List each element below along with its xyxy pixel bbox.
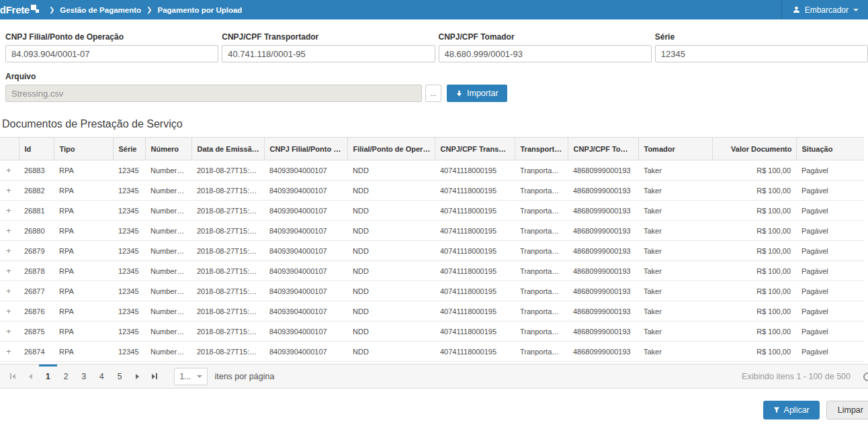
chevron-right-icon: ❯ [146, 6, 152, 13]
cell-valor: R$ 100,00 [712, 281, 796, 301]
seek-first-icon [12, 374, 15, 379]
page-button-3[interactable]: 3 [75, 364, 93, 388]
cell-serie: 12345 [113, 281, 145, 301]
download-icon [455, 90, 463, 97]
expand-row-button[interactable]: + [0, 342, 19, 362]
expand-row-button[interactable]: + [0, 261, 19, 281]
cell-cnpj_filial: 84093904000107 [264, 301, 347, 322]
column-header-situacao[interactable]: Situação [796, 138, 864, 160]
column-label: Valor Documento [731, 145, 791, 153]
cell-valor: R$ 100,00 [712, 342, 796, 362]
cell-cnpj_filial: 84093904000107 [264, 342, 347, 362]
column-header-data_emissao[interactable]: Data de Emissão↓ [191, 138, 264, 160]
cell-transportador: Tranportador 1 [515, 201, 568, 221]
cell-numero: Number465 [145, 160, 191, 181]
cell-id: 26881 [19, 201, 54, 221]
expand-row-button[interactable]: + [0, 322, 19, 342]
cell-transportador: Tranportador 1 [515, 181, 568, 201]
cell-data_emissao: 2018-08-27T15:27:50.163 [191, 261, 264, 281]
first-page-button[interactable] [4, 364, 21, 388]
cell-id: 26882 [19, 181, 54, 201]
cell-cnpj_transportador: 40741118000195 [435, 261, 515, 281]
next-page-button[interactable] [128, 364, 146, 388]
column-header-serie[interactable]: Série [113, 138, 145, 160]
breadcrumb-gestao-de-pagamento[interactable]: Gestão de Pagamento [60, 6, 141, 14]
cell-data_emissao: 2018-08-27T15:27:49.1 [191, 342, 264, 362]
expand-row-button[interactable]: + [0, 160, 19, 181]
cell-tomador: Taker [638, 281, 712, 301]
column-header-filial[interactable]: Filial/Ponto de Operação [347, 138, 435, 160]
app-logo[interactable]: ddFrete [0, 4, 41, 15]
expand-row-button[interactable]: + [0, 281, 19, 301]
page-button-5[interactable]: 5 [111, 364, 129, 388]
table-row: +26875RPA12345Number4572018-08-27T15:27:… [0, 322, 864, 342]
clear-button[interactable]: Limpar [826, 401, 868, 419]
table-row: +26882RPA12345Number4642018-08-27T15:27:… [0, 181, 864, 201]
expand-row-button[interactable]: + [0, 241, 19, 261]
page-size-suffix: itens por página [214, 372, 274, 381]
import-button[interactable]: Importar [447, 85, 507, 102]
breadcrumb-pagamento-por-upload[interactable]: Pagamento por Upload [157, 6, 242, 14]
cell-transportador: Tranportador 1 [515, 261, 568, 281]
column-header-cnpj_transportador[interactable]: CNPJ/CPF Transportador [435, 138, 515, 160]
cell-serie: 12345 [113, 181, 145, 201]
column-header-tipo[interactable]: Tipo [54, 138, 113, 160]
expand-row-button[interactable]: + [0, 221, 19, 241]
cnpj-tomador-input[interactable] [439, 45, 652, 62]
cell-cnpj_filial: 84093904000107 [264, 261, 347, 281]
cell-valor: R$ 100,00 [712, 221, 796, 241]
column-header-numero[interactable]: Número [145, 138, 191, 160]
expand-row-button[interactable]: + [0, 201, 19, 221]
arrow-right-icon [136, 374, 139, 379]
cell-cnpj_tomador: 48680999000193 [568, 342, 638, 362]
cell-cnpj_transportador: 40741118000195 [435, 201, 515, 221]
column-header-transportador[interactable]: Transportador [515, 138, 568, 160]
breadcrumb: ❯ Gestão de Pagamento ❯ Pagamento por Up… [49, 6, 242, 14]
pager-status-text: Exibindo itens 1 - 100 de 500 [742, 372, 851, 381]
cell-tipo: RPA [54, 221, 113, 241]
user-menu-embarcador[interactable]: Embarcador [781, 0, 868, 19]
browse-file-button[interactable]: ... [425, 85, 441, 102]
serie-input[interactable] [655, 45, 868, 62]
cell-tipo: RPA [54, 261, 113, 281]
cell-tipo: RPA [54, 281, 113, 301]
logo-squares-icon [31, 4, 41, 15]
cell-filial: NDD [347, 281, 435, 301]
filter-form: CNPJ Filial/Ponto de Operação CNPJ/CPF T… [0, 19, 868, 62]
apply-button[interactable]: Aplicar [763, 401, 820, 419]
table-row: +26874RPA12345Number4562018-08-27T15:27:… [0, 342, 864, 362]
refresh-icon[interactable] [863, 373, 868, 381]
cnpj-transportador-input[interactable] [222, 45, 435, 62]
table-row: +26883RPA12345Number4652018-08-27T15:27:… [0, 160, 864, 181]
column-header-valor[interactable]: Valor Documento [712, 138, 796, 160]
page-button-1[interactable]: 1 [39, 364, 57, 388]
page-size-value: 1... [179, 372, 191, 381]
cell-numero: Number456 [145, 342, 191, 362]
bottom-actions: Aplicar Limpar [0, 401, 868, 419]
cell-data_emissao: 2018-08-27T15:27:49.647 [191, 301, 264, 322]
cell-tipo: RPA [54, 241, 113, 261]
last-page-button[interactable] [146, 364, 163, 388]
page-button-2[interactable]: 2 [57, 364, 75, 388]
import-button-label: Importar [467, 89, 498, 98]
column-header-cnpj_tomador[interactable]: CNPJ/CPF Tomador [568, 138, 638, 160]
cell-data_emissao: 2018-08-27T15:27:51.517 [191, 160, 264, 181]
cell-tomador: Taker [638, 160, 712, 181]
cell-situacao: Pagável [796, 322, 864, 342]
column-header-id[interactable]: Id [19, 138, 54, 160]
table-row: +26880RPA12345Number4622018-08-27T15:27:… [0, 221, 864, 241]
previous-page-button[interactable] [21, 364, 39, 388]
page-size-dropdown[interactable]: 1... [174, 368, 208, 385]
expand-row-button[interactable]: + [0, 301, 19, 322]
cell-tomador: Taker [638, 342, 712, 362]
field-cnpj-tomador: CNPJ/CPF Tomador [439, 32, 652, 62]
cnpj-filial-input[interactable] [5, 45, 218, 62]
cell-situacao: Pagável [796, 241, 864, 261]
user-menu-label: Embarcador [805, 5, 849, 15]
cell-filial: NDD [347, 241, 435, 261]
page-button-4[interactable]: 4 [93, 364, 111, 388]
column-header-tomador[interactable]: Tomador [638, 138, 712, 160]
table-row: +26876RPA12345Number4582018-08-27T15:27:… [0, 301, 864, 322]
expand-row-button[interactable]: + [0, 181, 19, 201]
column-header-cnpj_filial[interactable]: CNPJ Filial/Ponto de Operação [264, 138, 347, 160]
